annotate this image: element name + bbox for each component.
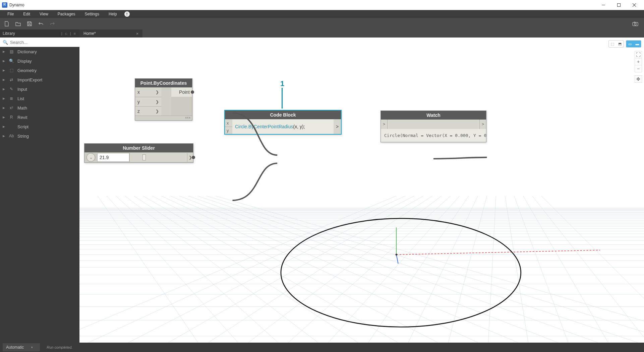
svg-line-20 [505, 196, 532, 343]
revit-icon: R [9, 115, 14, 120]
app-title: Dynamo [9, 3, 596, 7]
chevron-right-icon: ▶ [3, 134, 5, 138]
library-item-string[interactable]: ▶AbString [0, 131, 79, 141]
chevron-right-icon: ▶ [3, 87, 5, 91]
library-item-label: ImportExport [17, 77, 42, 82]
svg-line-18 [442, 196, 487, 343]
svg-line-30 [170, 196, 577, 343]
pan-button[interactable]: ✥ [635, 75, 642, 83]
svg-point-5 [634, 23, 636, 25]
maximize-button[interactable] [611, 0, 627, 10]
code-icon [9, 124, 14, 129]
save-icon[interactable] [25, 20, 34, 28]
library-item-label: List [17, 96, 24, 101]
svg-rect-1 [618, 3, 621, 6]
svg-line-25 [215, 196, 644, 343]
svg-line-22 [523, 196, 623, 343]
svg-line-28 [188, 196, 644, 343]
view-toggles: ⬚ ⬒ ▭ ▬ [608, 40, 641, 48]
filter-icon-1[interactable]: | [60, 31, 63, 36]
search-input[interactable] [10, 40, 77, 45]
run-mode-dropdown[interactable]: Automatic ▼ [3, 343, 40, 351]
library-item-revit[interactable]: ▶RRevit [0, 113, 79, 122]
view-split-icon[interactable]: ▬ [634, 41, 641, 47]
ab-icon: Ab [9, 133, 14, 139]
zoom-in-button[interactable]: + [635, 58, 642, 65]
menu-packages[interactable]: Packages [53, 10, 80, 18]
menu-help[interactable]: Help [104, 10, 122, 18]
tab-label: Home* [83, 31, 96, 36]
svg-line-9 [79, 196, 405, 343]
svg-line-15 [306, 196, 460, 343]
fit-view-button[interactable]: ⛶ [635, 51, 642, 58]
viewport-controls: ⛶ + − ✥ [635, 51, 642, 82]
chevron-right-icon: ▶ [3, 69, 5, 72]
library-item-script[interactable]: ▶Script [0, 122, 79, 131]
status-message: Run completed. [47, 345, 72, 349]
svg-line-21 [514, 196, 577, 343]
view-combined-icon[interactable]: ▭ [626, 41, 634, 47]
viewport-3d[interactable] [79, 38, 644, 343]
camera-icon[interactable] [631, 20, 639, 28]
chevron-right-icon: ▶ [3, 125, 5, 128]
svg-line-29 [179, 196, 623, 343]
tab-home[interactable]: Home* × [79, 29, 142, 38]
library-item-math[interactable]: ▶x²Math [0, 103, 79, 113]
svg-line-35 [125, 196, 351, 343]
close-button[interactable] [627, 0, 642, 10]
library-item-geometry[interactable]: ▶⬚Geometry [0, 66, 79, 75]
chevron-right-icon: ▶ [3, 50, 5, 53]
view-3d-icon[interactable]: ⬚ [609, 41, 616, 47]
library-item-label: Script [17, 124, 28, 129]
library-item-label: Dictionary [17, 49, 37, 54]
zoom-out-button[interactable]: − [635, 65, 642, 72]
library-item-importexport[interactable]: ▶⇄ImportExport [0, 75, 79, 84]
annotation-1: 1 [280, 79, 284, 88]
tab-bar: Home* × [79, 29, 644, 38]
library-list: ▶▤Dictionary▶🔍Display▶⬚Geometry▶⇄ImportE… [0, 47, 79, 343]
search-box: 🔍 [0, 38, 79, 47]
svg-line-23 [532, 196, 644, 343]
pen-icon: ✎ [9, 86, 14, 92]
library-item-label: Revit [17, 115, 27, 120]
chevron-right-icon: ▶ [3, 116, 5, 119]
view-graph-icon[interactable]: ⬒ [616, 41, 624, 47]
library-item-input[interactable]: ▶✎Input [0, 84, 79, 94]
svg-line-34 [134, 196, 396, 343]
library-item-display[interactable]: ▶🔍Display [0, 56, 79, 66]
app-icon [2, 2, 7, 8]
filter-icon-4[interactable]: ≡ [73, 31, 77, 36]
minimize-button[interactable] [596, 0, 611, 10]
filter-icon-2[interactable]: ⎌ [64, 31, 68, 36]
chevron-right-icon: ▶ [3, 78, 5, 81]
chevron-right-icon: ▶ [3, 106, 5, 110]
menu-file[interactable]: File [3, 10, 18, 18]
open-file-icon[interactable] [14, 20, 22, 28]
library-item-label: String [17, 134, 29, 139]
library-item-label: Display [17, 59, 32, 64]
redo-icon[interactable] [48, 20, 56, 28]
menu-settings[interactable]: Settings [80, 10, 104, 18]
title-bar: Dynamo [0, 0, 644, 10]
magnify-icon: 🔍 [9, 58, 14, 64]
tab-close-icon[interactable]: × [136, 31, 139, 36]
svg-line-8 [79, 196, 396, 343]
svg-line-13 [215, 196, 442, 343]
svg-line-31 [161, 196, 532, 343]
menu-view[interactable]: View [35, 10, 53, 18]
annotation-1-line [282, 88, 283, 109]
new-file-icon[interactable] [3, 20, 11, 28]
undo-icon[interactable] [37, 20, 45, 28]
chevron-right-icon: ▶ [3, 97, 5, 100]
swap-icon: ⇄ [9, 77, 14, 82]
chevron-down-icon: ▼ [31, 346, 33, 349]
canvas-area[interactable]: Home* × [79, 29, 644, 343]
filter-icon-3[interactable]: | [69, 31, 72, 36]
info-icon[interactable]: ! [124, 11, 130, 17]
menu-edit[interactable]: Edit [18, 10, 35, 18]
menu-bar: File Edit View Packages Settings Help ! [0, 10, 644, 18]
library-sidebar: Library | ⎌ | ≡ 🔍 ▶▤Dictionary▶🔍Display▶… [0, 29, 79, 343]
svg-rect-6 [634, 22, 635, 22]
library-item-list[interactable]: ▶≣List [0, 94, 79, 103]
library-item-dictionary[interactable]: ▶▤Dictionary [0, 47, 79, 56]
